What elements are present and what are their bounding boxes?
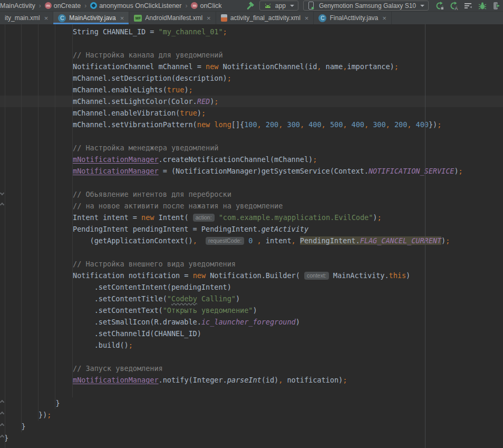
code-line[interactable]: Intent intent = new Intent( action: "com… [0, 212, 503, 223]
method-icon: m [191, 2, 198, 9]
breadcrumb-item-label: onCreate [54, 2, 81, 9]
code-line[interactable]: // Настройка внешнего вида уведомления [0, 258, 503, 270]
method-icon: m [45, 2, 52, 9]
code-line[interactable]: Notification notification = new Notifica… [0, 270, 503, 281]
code-line[interactable]: } [0, 432, 503, 444]
code-line[interactable]: mChannel.setDescription(description); [0, 72, 503, 84]
device-select[interactable]: Genymotion Samsung Galaxy S10 [303, 1, 429, 11]
class-icon: C [58, 14, 66, 22]
code-line[interactable]: // Настройка канала для уведомлений [0, 49, 503, 61]
device-label: Genymotion Samsung Galaxy S10 [319, 2, 416, 9]
code-line[interactable]: } [0, 421, 503, 432]
code-line[interactable]: mChannel.setLightColor(Color.RED); [0, 96, 503, 107]
tab-label: activity_final_acttivity.xml [230, 14, 301, 22]
top-toolbar: MainActivity›monCreate›anonymous OnClick… [0, 0, 503, 12]
parameter-hint: context: [304, 272, 329, 280]
fold-icon[interactable] [0, 400, 4, 404]
fold-icon[interactable] [0, 191, 4, 195]
breadcrumb: MainActivity›monCreate›anonymous OnClick… [0, 0, 246, 11]
code-line[interactable]: mChannel.enableLights(true); [0, 84, 503, 96]
xml-file-icon [221, 14, 227, 22]
breadcrumb-item-label: onClick [200, 2, 221, 9]
class-icon: C [318, 14, 326, 22]
code-line[interactable]: mChannel.enableVibration(true); [0, 107, 503, 119]
attach-debugger-icon[interactable] [492, 2, 501, 10]
close-icon[interactable]: × [305, 15, 309, 22]
close-icon[interactable]: × [44, 15, 49, 22]
code-line[interactable]: // Запуск уведомления [0, 363, 503, 374]
code-line[interactable]: PendingIntent pendingIntent = PendingInt… [0, 223, 503, 235]
code-line[interactable]: .setContentTitle("Codeby Calling") [0, 293, 503, 304]
close-icon[interactable]: × [207, 15, 211, 22]
debug-icon[interactable] [478, 2, 487, 10]
code-line[interactable]: .setChannelId(CHANNEL_ID) [0, 328, 503, 339]
fold-icon[interactable] [0, 412, 4, 416]
code-line[interactable]: // Настройка менеджера уведомлений [0, 142, 503, 154]
code-line[interactable]: NotificationChannel mChannel = new Notif… [0, 61, 503, 72]
main-toolbar: app Genymotion Samsung Galaxy S10 A [246, 1, 501, 11]
code-line[interactable]: String CHANNEL_ID = "my_channel_01"; [0, 26, 503, 37]
code-line[interactable] [0, 177, 503, 188]
chevron-down-icon [290, 5, 294, 7]
tab-finalacttivity-java[interactable]: CFinalActtivity.java× [314, 12, 391, 24]
tab-label: MainActivity.java [69, 14, 115, 22]
run-config-label: app [275, 2, 286, 9]
tab-label: AndroidManifest.xml [145, 14, 202, 22]
code-line[interactable]: mNotificationManager.createNotificationC… [0, 154, 503, 165]
breadcrumb-separator: › [185, 2, 187, 9]
run-config-select[interactable]: app [259, 1, 298, 11]
phone-icon [307, 2, 316, 10]
code-line[interactable] [0, 37, 503, 49]
editor-tab-bar: ity_main.xml×CMainActivity.java×MFAndroi… [0, 12, 503, 24]
breadcrumb-item-label: MainActivity [0, 2, 35, 9]
code-line[interactable]: mChannel.setVibrationPattern(new long[]{… [0, 119, 503, 130]
profiler-icon[interactable] [464, 2, 472, 10]
close-icon[interactable]: × [120, 15, 124, 22]
editor-gutter [0, 24, 5, 448]
code-line[interactable]: // Обьявление интентов для переброски [0, 188, 503, 200]
tab-activity-final-acttivity-xml[interactable]: activity_final_acttivity.xml× [216, 12, 314, 24]
breadcrumb-item[interactable]: MainActivity [0, 2, 35, 9]
code-line[interactable]: .setContentIntent(pendingIntent) [0, 281, 503, 293]
apply-code-changes-icon[interactable]: A [450, 2, 458, 10]
tab-androidmanifest-xml[interactable]: MFAndroidManifest.xml× [129, 12, 216, 24]
breadcrumb-item[interactable]: monCreate [45, 2, 81, 9]
manifest-icon: MF [134, 15, 142, 22]
code-line[interactable] [0, 246, 503, 258]
breadcrumb-separator: › [84, 2, 86, 9]
tab-label: FinalActtivity.java [330, 14, 378, 22]
code-line[interactable]: // на новое активити после нажатия на ув… [0, 200, 503, 212]
code-line[interactable] [0, 351, 503, 363]
tab-mainactivity-java[interactable]: CMainActivity.java× [53, 12, 129, 24]
code-line[interactable]: mNotificationManager = (NotificationMana… [0, 165, 503, 177]
breadcrumb-separator: › [39, 2, 41, 9]
code-line[interactable]: (getApplicationContext(), requestCode: 0… [0, 235, 503, 246]
code-line[interactable]: .setSmallIcon(R.drawable.ic_launcher_for… [0, 316, 503, 328]
breadcrumb-item[interactable]: anonymous OnClickListener [90, 2, 181, 9]
android-icon [264, 2, 272, 10]
chevron-down-icon [420, 5, 424, 7]
fold-icon[interactable] [0, 435, 4, 439]
code-line[interactable] [0, 130, 503, 142]
anonymous-class-icon [90, 2, 97, 9]
code-line[interactable] [0, 386, 503, 397]
breadcrumb-item-label: anonymous OnClickListener [99, 2, 181, 9]
close-icon[interactable]: × [382, 15, 386, 22]
fold-icon[interactable] [0, 203, 4, 207]
code-line[interactable]: mNotificationManager.notify(Integer.pars… [0, 374, 503, 386]
svg-text:A: A [454, 5, 458, 10]
code-editor[interactable]: String CHANNEL_ID = "my_channel_01"; // … [0, 24, 503, 448]
code-line[interactable]: .build(); [0, 339, 503, 351]
parameter-hint: action: [193, 214, 215, 222]
tab-label: ity_main.xml [5, 14, 40, 22]
code-area: String CHANNEL_ID = "my_channel_01"; // … [0, 24, 503, 444]
code-line[interactable]: } [0, 397, 503, 409]
code-line[interactable]: .setContentText("Открыть уведомление") [0, 304, 503, 316]
tab-ity-main-xml[interactable]: ity_main.xml× [0, 12, 53, 24]
apply-changes-icon[interactable] [436, 2, 444, 10]
build-hammer-icon[interactable] [246, 2, 255, 10]
code-line[interactable]: }); [0, 409, 503, 421]
parameter-hint: requestCode: [206, 237, 244, 245]
breadcrumb-item[interactable]: monClick [191, 2, 221, 9]
fold-icon[interactable] [0, 423, 4, 427]
